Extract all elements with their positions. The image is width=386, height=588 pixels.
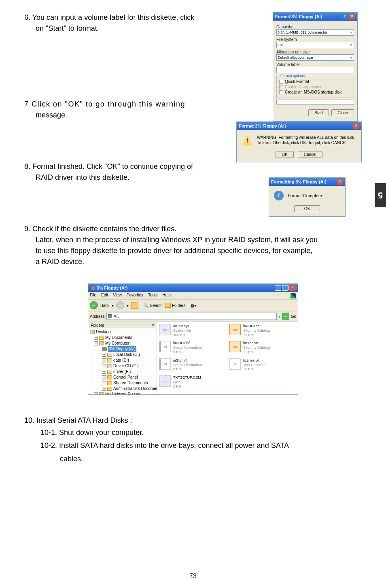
- address-dropdown-icon[interactable]: ▾: [278, 314, 280, 319]
- explorer-window: 3½ Floppy (A:) × File Edit View Favorite…: [88, 283, 298, 395]
- quick-format-checkbox[interactable]: Quick Format: [279, 79, 351, 84]
- file-size: 12 KB: [243, 367, 267, 371]
- step9-line1: 9. Check if the diskette contains the dr…: [24, 224, 362, 234]
- help-button[interactable]: ?: [341, 14, 348, 19]
- menu-tools[interactable]: Tools: [148, 293, 157, 298]
- file-icon: sys: [159, 324, 171, 335]
- file-name: iaStor.cat: [243, 341, 270, 345]
- tree-drivere[interactable]: +Driver CD (E:): [90, 363, 155, 369]
- menu-file[interactable]: File: [90, 293, 96, 298]
- files-pane: sys IaStor.sys System file 306 KB cat ia…: [157, 322, 298, 394]
- step9-line4: a RAID device.: [24, 256, 362, 267]
- step9-line3: to use this floppy diskette to provide d…: [24, 245, 362, 256]
- file-size: 11 KB: [243, 350, 270, 354]
- folders-pane: Folders × Desktop +My Documents −My Comp…: [88, 322, 157, 394]
- format-options-title: Format options: [279, 74, 306, 78]
- tree-shared[interactable]: +Shared Documents: [90, 380, 155, 386]
- windows-flag-icon: [291, 293, 296, 298]
- menu-bar: File Edit View Favorites Tools Help: [88, 292, 298, 300]
- views-button[interactable]: ▦▾: [191, 303, 196, 308]
- file-item[interactable]: inf iaAHCI.inf Setup Information 9 KB: [159, 341, 225, 354]
- menu-view[interactable]: View: [113, 293, 122, 298]
- tree-localc[interactable]: +Local Disk (C:): [90, 352, 155, 358]
- allocation-select[interactable]: Default allocation size▼: [276, 54, 354, 61]
- minimize-button[interactable]: [275, 285, 281, 291]
- folders-close-icon[interactable]: ×: [152, 323, 154, 328]
- explorer-title: 3½ Floppy (A:): [97, 285, 127, 290]
- address-bar: Address A:\ ▾ → Go: [88, 311, 298, 322]
- file-item[interactable]: cat iaStor.cat Security Catalog 11 KB: [229, 341, 295, 354]
- back-button[interactable]: ←: [90, 301, 98, 309]
- address-input[interactable]: A:\: [106, 313, 277, 320]
- tree-datad[interactable]: +data (D:): [90, 358, 155, 363]
- file-type: OEM File: [173, 380, 201, 384]
- close-icon[interactable]: ×: [337, 179, 343, 185]
- warning-dialog: Format 3½ Floppy (A:) × ! WARNING: Forma…: [236, 121, 362, 162]
- file-size: 5 KB: [173, 384, 201, 389]
- tree-mydocs[interactable]: +My Documents: [90, 335, 155, 341]
- format-dialog: Format 3½ Floppy (A:) ? × Capacity: 3.5"…: [273, 12, 358, 121]
- step10-sub2b: cables.: [24, 452, 362, 465]
- capacity-select[interactable]: 3.5", 1.44MB, 512 bytes/sector▼: [276, 29, 354, 36]
- go-button[interactable]: →: [282, 313, 289, 320]
- allocation-label: Allocation unit size: [276, 50, 354, 54]
- step10-sub1: 10-1. Shut down your computer.: [24, 426, 362, 439]
- tree-network[interactable]: +My Network Places: [90, 392, 155, 394]
- step8-line1: 8. Format finished. Click "OK" to contin…: [24, 161, 362, 172]
- up-button[interactable]: [131, 302, 138, 309]
- file-icon: sys: [159, 375, 171, 387]
- page-number: 73: [189, 573, 197, 580]
- step10-title: 10. Install Serial ATA Hard Disks :: [24, 415, 362, 426]
- tree-driverf[interactable]: +driver (F:): [90, 369, 155, 375]
- close-button[interactable]: Close: [331, 109, 354, 116]
- compression-checkbox: Enable Compression: [279, 85, 351, 89]
- tree-desktop[interactable]: Desktop: [90, 329, 155, 335]
- start-button[interactable]: Start: [308, 109, 329, 116]
- msdos-checkbox[interactable]: Create an MS-DOS startup disk: [279, 90, 351, 94]
- file-name: license.txt: [243, 358, 267, 363]
- file-item[interactable]: cat iaAHCI.cat Security Catalog 12 KB: [229, 324, 295, 337]
- file-item[interactable]: sys IaStor.sys System file 306 KB: [159, 324, 225, 337]
- forward-dropdown[interactable]: ▾: [127, 303, 129, 308]
- file-icon: inf: [159, 358, 171, 370]
- explorer-titlebar: 3½ Floppy (A:) ×: [88, 284, 298, 292]
- tree-floppy[interactable]: 3½ Floppy (A:): [90, 346, 155, 352]
- close-button[interactable]: ×: [289, 285, 296, 291]
- progress-bar: [276, 100, 354, 104]
- folders-button[interactable]: Folders: [165, 303, 185, 308]
- file-item[interactable]: txt license.txt Text Document 12 KB: [229, 358, 295, 371]
- warning-text2: To format the disk, click OK. To quit, c…: [257, 140, 356, 145]
- warning-text1: WARNING: Formatting will erase ALL data …: [257, 135, 356, 140]
- file-item[interactable]: inf iaStor.inf Setup Information 8 KB: [159, 358, 225, 371]
- file-name: TXTSETUP.OEM: [173, 375, 201, 380]
- search-button[interactable]: 🔍Search: [144, 303, 163, 308]
- file-icon: cat: [229, 324, 241, 335]
- ok-button[interactable]: OK: [294, 205, 320, 212]
- cancel-button[interactable]: Cancel: [298, 151, 322, 158]
- menu-edit[interactable]: Edit: [101, 293, 108, 298]
- menu-favorites[interactable]: Favorites: [127, 293, 143, 298]
- file-item[interactable]: sys TXTSETUP.OEM OEM File 5 KB: [159, 375, 225, 388]
- close-icon[interactable]: ×: [349, 14, 355, 19]
- filesystem-select[interactable]: FAT▼: [276, 42, 354, 48]
- file-size: 9 KB: [173, 350, 202, 354]
- menu-help[interactable]: Help: [162, 293, 171, 298]
- tree-control[interactable]: +Control Panel: [90, 375, 155, 380]
- close-icon[interactable]: ×: [353, 123, 359, 129]
- file-size: 12 KB: [243, 333, 270, 337]
- file-icon: txt: [229, 358, 241, 370]
- volume-label-label: Volume label: [276, 62, 354, 67]
- volume-label-input[interactable]: [276, 67, 354, 73]
- file-icon: cat: [229, 341, 241, 352]
- maximize-button[interactable]: [282, 285, 288, 291]
- complete-dialog: Formatting 3½ Floppy (A:) × i Format Com…: [269, 177, 346, 217]
- ok-button[interactable]: OK: [276, 151, 293, 158]
- forward-button[interactable]: →: [116, 301, 124, 309]
- file-size: 8 KB: [173, 367, 202, 371]
- file-name: iaAHCI.cat: [243, 324, 270, 328]
- go-label: Go: [291, 314, 296, 319]
- capacity-label: Capacity:: [276, 25, 354, 29]
- tree-admin[interactable]: +Administrator's Documents: [90, 386, 155, 392]
- tree-mycomp[interactable]: −My Computer: [90, 341, 155, 346]
- back-dropdown[interactable]: ▾: [112, 303, 114, 308]
